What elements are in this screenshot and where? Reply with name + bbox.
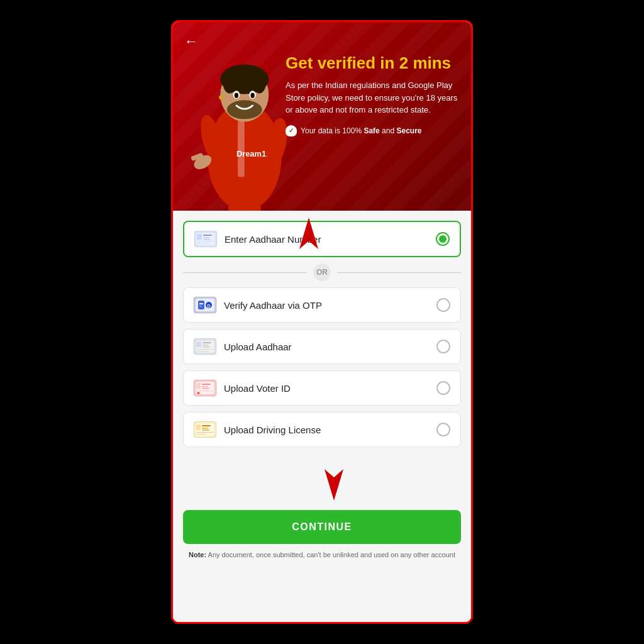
upload-license-label: Upload Driving License <box>224 425 429 435</box>
continue-button[interactable]: CONTINUE <box>183 510 461 544</box>
svg-rect-39 <box>196 349 214 350</box>
aadhaar-number-icon <box>194 231 217 247</box>
svg-rect-37 <box>203 345 209 346</box>
svg-rect-45 <box>202 388 209 389</box>
upload-aadhaar-radio[interactable] <box>436 340 450 353</box>
banner-secure-badge: ✓ Your data is 100% Safe and Secure <box>286 125 458 136</box>
svg-point-17 <box>219 96 223 99</box>
svg-text:D: D <box>208 304 211 308</box>
svg-rect-30 <box>199 303 203 304</box>
digilocker-icon: D <box>194 297 216 313</box>
upload-aadhaar-label: Upload Aadhaar <box>224 341 429 352</box>
svg-rect-19 <box>246 204 261 211</box>
secure-text: Your data is 100% Safe and Secure <box>301 126 421 135</box>
option-aadhaar-number[interactable]: Enter Aadhaar Number <box>183 221 461 257</box>
svg-point-15 <box>235 93 238 99</box>
upload-voter-radio[interactable] <box>436 381 450 395</box>
upload-voter-icon <box>194 380 216 396</box>
svg-point-10 <box>223 72 236 93</box>
option-upload-voter[interactable]: Upload Voter ID <box>183 370 461 406</box>
upload-license-icon <box>194 421 216 438</box>
or-text: OR <box>313 264 331 281</box>
svg-rect-35 <box>196 341 201 347</box>
svg-rect-46 <box>196 391 214 391</box>
note-label: Note: <box>189 551 206 558</box>
banner-subtitle: As per the Indian regulations and Google… <box>286 79 458 116</box>
svg-point-16 <box>250 93 254 99</box>
svg-rect-3 <box>238 119 245 177</box>
banner: ← Dream11 <box>173 22 471 211</box>
svg-rect-42 <box>196 383 201 389</box>
content-area: Enter Aadhaar Number OR <box>173 211 471 622</box>
svg-rect-54 <box>196 434 206 435</box>
upload-voter-label: Upload Voter ID <box>224 383 429 394</box>
phone-container: ← Dream11 <box>171 20 473 624</box>
svg-rect-18 <box>228 204 243 211</box>
aadhaar-otp-radio[interactable] <box>436 298 450 312</box>
svg-rect-29 <box>198 301 204 309</box>
banner-title: Get verified in 2 mins <box>286 53 458 73</box>
or-divider: OR <box>183 264 461 281</box>
svg-rect-50 <box>202 425 211 426</box>
annotation-arrow-down <box>309 447 359 504</box>
note-text: Note: Any document, once submitted, can'… <box>183 550 461 560</box>
svg-point-47 <box>197 392 200 394</box>
back-button[interactable]: ← <box>184 33 198 50</box>
or-line-right <box>337 272 461 273</box>
shield-icon: ✓ <box>286 125 297 136</box>
svg-rect-26 <box>197 241 214 242</box>
option-aadhaar-otp[interactable]: D Verify Aadhaar via OTP <box>183 287 461 323</box>
svg-marker-55 <box>325 469 343 501</box>
svg-point-11 <box>253 72 266 93</box>
aadhaar-number-radio[interactable] <box>436 232 450 246</box>
note-body: Any document, once submitted, can't be u… <box>206 551 455 558</box>
svg-rect-31 <box>199 306 202 307</box>
radio-selected-dot <box>439 235 447 243</box>
svg-rect-53 <box>196 432 214 433</box>
svg-rect-27 <box>197 243 209 243</box>
upload-license-radio[interactable] <box>436 423 450 436</box>
svg-rect-52 <box>202 430 209 431</box>
aadhaar-number-label: Enter Aadhaar Number <box>225 234 428 245</box>
svg-rect-36 <box>203 342 211 343</box>
banner-text-content: Get verified in 2 mins As per the Indian… <box>286 53 458 136</box>
aadhaar-otp-label: Verify Aadhaar via OTP <box>224 300 429 311</box>
svg-rect-28 <box>195 298 215 312</box>
svg-rect-38 <box>203 347 210 348</box>
svg-rect-22 <box>197 234 202 240</box>
svg-rect-51 <box>202 428 208 429</box>
svg-rect-23 <box>203 235 212 236</box>
svg-rect-25 <box>203 239 211 240</box>
svg-rect-44 <box>202 386 208 387</box>
option-upload-license[interactable]: Upload Driving License <box>183 412 461 447</box>
svg-rect-40 <box>196 351 209 352</box>
svg-rect-24 <box>203 237 209 238</box>
option-upload-aadhaar[interactable]: Upload Aadhaar <box>183 329 461 364</box>
svg-rect-49 <box>196 425 201 430</box>
or-line-left <box>183 272 307 273</box>
options-wrapper: Enter Aadhaar Number OR <box>183 221 461 447</box>
svg-rect-43 <box>202 384 211 385</box>
upload-aadhaar-icon <box>194 338 216 355</box>
